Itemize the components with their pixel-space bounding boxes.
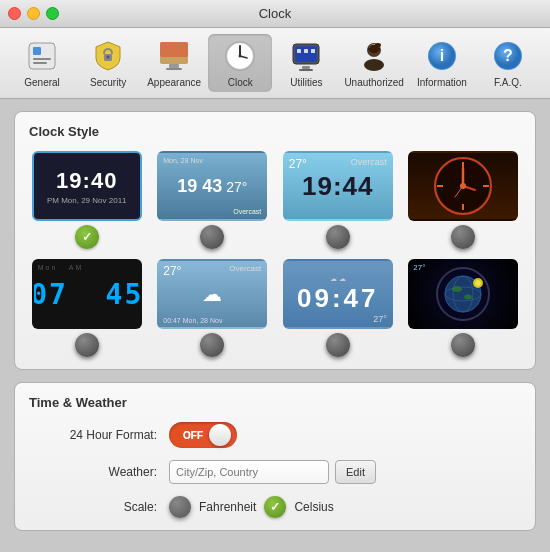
toolbar-item-appearance[interactable]: Appearance xyxy=(142,34,206,92)
appearance-icon xyxy=(156,38,192,74)
unauthorized-icon xyxy=(356,38,392,74)
clock-knob-6 xyxy=(200,333,224,357)
weather-input[interactable] xyxy=(169,460,329,484)
svg-rect-20 xyxy=(304,49,308,53)
clock-preview-6: 27° Overcast ☁ 00:47 Mon, 28 Nov xyxy=(157,259,267,329)
clock-style-title: Clock Style xyxy=(29,124,521,139)
svg-point-50 xyxy=(475,280,481,286)
scale-label: Scale: xyxy=(29,500,169,514)
svg-rect-3 xyxy=(33,62,47,64)
format-label: 24 Hour Format: xyxy=(29,428,169,442)
window-controls[interactable] xyxy=(8,7,59,20)
svg-text:?: ? xyxy=(503,47,513,64)
edit-button[interactable]: Edit xyxy=(335,460,376,484)
window-title: Clock xyxy=(259,6,292,21)
clock-label: Clock xyxy=(228,77,253,88)
svg-point-48 xyxy=(464,295,472,300)
faq-icon: ? xyxy=(490,38,526,74)
clock-knob-selected-1 xyxy=(75,225,99,249)
clock-preview-3: 27° Overcast 19:44 xyxy=(283,151,393,221)
security-label: Security xyxy=(90,77,126,88)
svg-rect-0 xyxy=(29,43,55,69)
title-bar: Clock xyxy=(0,0,550,28)
clock-knob-3 xyxy=(326,225,350,249)
clock-item-5[interactable]: Mon AM 07 45 xyxy=(29,259,145,357)
svg-rect-21 xyxy=(311,49,315,53)
weather-label: Weather: xyxy=(29,465,169,479)
toolbar-item-faq[interactable]: ? F.A.Q. xyxy=(476,34,540,92)
svg-point-14 xyxy=(239,55,242,58)
svg-rect-2 xyxy=(33,58,51,60)
time-weather-panel: Time & Weather 24 Hour Format: OFF Weath… xyxy=(14,382,536,531)
clock-item-8[interactable]: 27° xyxy=(406,259,522,357)
information-icon: i xyxy=(424,38,460,74)
security-icon xyxy=(90,38,126,74)
faq-label: F.A.Q. xyxy=(494,77,522,88)
appearance-label: Appearance xyxy=(147,77,201,88)
general-label: General xyxy=(24,77,60,88)
toolbar-item-unauthorized[interactable]: Unauthorized xyxy=(340,34,407,92)
toolbar-item-clock[interactable]: Clock xyxy=(208,34,272,92)
celsius-label: Celsius xyxy=(294,500,333,514)
svg-text:i: i xyxy=(440,47,444,64)
clock-knob-2 xyxy=(200,225,224,249)
clock-item-1[interactable]: 19:40 PM Mon, 29 Nov 2011 xyxy=(29,151,145,249)
clock-knob-4 xyxy=(451,225,475,249)
weather-input-group: Edit xyxy=(169,460,376,484)
selected-check-1 xyxy=(75,225,99,249)
svg-rect-18 xyxy=(299,69,313,71)
minimize-button[interactable] xyxy=(27,7,40,20)
clock-knob-8 xyxy=(451,333,475,357)
main-content: Clock Style 19:40 PM Mon, 29 Nov 2011 Mo… xyxy=(0,99,550,543)
clock-item-7[interactable]: ☁ ☁ 09:47 27° xyxy=(280,259,396,357)
close-button[interactable] xyxy=(8,7,21,20)
svg-rect-9 xyxy=(166,68,182,70)
utilities-label: Utilities xyxy=(290,77,322,88)
clock-preview-4 xyxy=(408,151,518,221)
clock-style-panel: Clock Style 19:40 PM Mon, 29 Nov 2011 Mo… xyxy=(14,111,536,370)
clock-knob-7 xyxy=(326,333,350,357)
maximize-button[interactable] xyxy=(46,7,59,20)
clock-preview-7: ☁ ☁ 09:47 27° xyxy=(283,259,393,329)
toolbar-item-information[interactable]: i Information xyxy=(410,34,474,92)
clock-preview-2: Mon, 28 Nov 19 43 27° Overcast xyxy=(157,151,267,221)
toggle-knob xyxy=(209,424,231,446)
utilities-icon xyxy=(288,38,324,74)
clock-preview-8: 27° xyxy=(408,259,518,329)
svg-point-23 xyxy=(364,59,384,71)
clock-grid: 19:40 PM Mon, 29 Nov 2011 Mon, 28 Nov 19… xyxy=(29,151,521,357)
scale-row: Scale: Fahrenheit Celsius xyxy=(29,496,521,518)
weather-row: Weather: Edit xyxy=(29,460,521,484)
clock-icon xyxy=(222,38,258,74)
svg-rect-8 xyxy=(169,64,179,68)
celsius-radio[interactable] xyxy=(264,496,286,518)
toolbar-item-security[interactable]: Security xyxy=(76,34,140,92)
clock-item-4[interactable] xyxy=(406,151,522,249)
globe-clock-svg xyxy=(428,263,498,325)
toolbar-item-utilities[interactable]: Utilities xyxy=(274,34,338,92)
clock-item-2[interactable]: Mon, 28 Nov 19 43 27° Overcast xyxy=(155,151,271,249)
svg-rect-17 xyxy=(302,66,310,69)
svg-point-47 xyxy=(452,286,462,292)
general-icon xyxy=(24,38,60,74)
time-weather-title: Time & Weather xyxy=(29,395,521,410)
toolbar-item-general[interactable]: General xyxy=(10,34,74,92)
24hr-toggle[interactable]: OFF xyxy=(169,422,237,448)
clock-date-1: PM Mon, 29 Nov 2011 xyxy=(47,196,127,205)
clock-preview-5: Mon AM 07 45 xyxy=(32,259,142,329)
unauthorized-label: Unauthorized xyxy=(344,77,403,88)
svg-rect-1 xyxy=(33,47,41,55)
clock-item-6[interactable]: 27° Overcast ☁ 00:47 Mon, 28 Nov xyxy=(155,259,271,357)
svg-rect-19 xyxy=(297,49,301,53)
svg-rect-16 xyxy=(295,46,317,62)
clock-item-3[interactable]: 27° Overcast 19:44 xyxy=(280,151,396,249)
information-label: Information xyxy=(417,77,467,88)
toggle-label: OFF xyxy=(183,430,203,441)
format-row: 24 Hour Format: OFF xyxy=(29,422,521,448)
toolbar: General Security Appearance xyxy=(0,28,550,99)
fahrenheit-radio[interactable] xyxy=(169,496,191,518)
svg-point-5 xyxy=(107,56,110,59)
svg-point-25 xyxy=(375,43,381,47)
clock-preview-1: 19:40 PM Mon, 29 Nov 2011 xyxy=(32,151,142,221)
scale-options: Fahrenheit Celsius xyxy=(169,496,334,518)
